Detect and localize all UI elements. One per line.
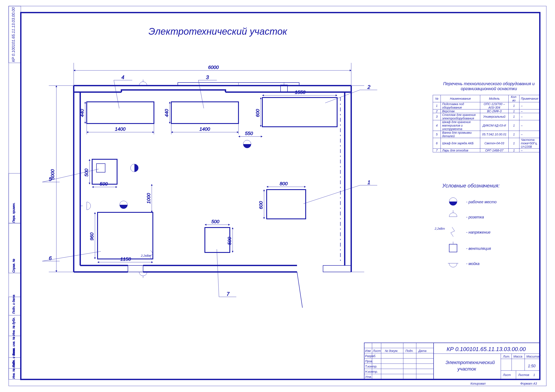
svg-text:5: 5 xyxy=(49,176,52,182)
svg-text:1:50: 1:50 xyxy=(528,364,535,368)
svg-text:Разраб.: Разраб. xyxy=(365,354,376,358)
svg-rect-114 xyxy=(449,244,457,252)
svg-text:- рабочее место: - рабочее место xyxy=(466,200,497,204)
svg-text:Дата: Дата xyxy=(418,349,426,353)
svg-text:600: 600 xyxy=(255,109,260,117)
svg-text:Листов: Листов xyxy=(518,373,529,377)
svg-text:- напряжение: - напряжение xyxy=(466,230,490,234)
callouts: 4 3 2 1 5 6 7 xyxy=(42,74,377,297)
svg-text:500: 500 xyxy=(84,169,89,177)
svg-text:Лист: Лист xyxy=(373,349,381,353)
svg-text:1: 1 xyxy=(533,373,535,377)
svg-text:6: 6 xyxy=(49,255,52,261)
floor-plan xyxy=(74,83,364,308)
svg-text:Пров.: Пров. xyxy=(365,360,373,363)
svg-text:Условные обозначения:: Условные обозначения: xyxy=(442,183,500,189)
svg-rect-26 xyxy=(262,97,337,127)
svg-text:1400: 1400 xyxy=(199,126,210,132)
svg-text:Н.контр.: Н.контр. xyxy=(365,370,378,373)
svg-text:- розетка: - розетка xyxy=(466,215,484,219)
svg-rect-29 xyxy=(98,212,153,259)
page-title: Электротехнический участок xyxy=(148,26,288,37)
svg-rect-16 xyxy=(128,265,143,272)
svg-text:800: 800 xyxy=(280,181,288,186)
svg-text:3: 3 xyxy=(206,74,209,80)
svg-text:КР 0.100101.65.11.13.03.00.00: КР 0.100101.65.11.13.03.00.00 xyxy=(447,346,526,352)
svg-rect-17 xyxy=(323,265,351,272)
svg-line-88 xyxy=(198,80,204,108)
svg-text:Изм: Изм xyxy=(365,349,371,353)
svg-text:Справ. №: Справ. № xyxy=(12,259,15,273)
svg-text:1550: 1550 xyxy=(295,89,306,95)
equipment: 2,2кВт xyxy=(87,97,337,260)
svg-text:Перв. примен.: Перв. примен. xyxy=(12,203,15,223)
svg-text:2: 2 xyxy=(367,84,370,90)
svg-text:1: 1 xyxy=(367,179,370,185)
svg-text:440: 440 xyxy=(79,109,85,117)
svg-text:600: 600 xyxy=(258,201,264,209)
svg-text:500: 500 xyxy=(211,219,219,224)
svg-rect-28 xyxy=(96,164,105,172)
svg-text:участок: участок xyxy=(457,366,476,372)
svg-rect-27 xyxy=(92,159,117,184)
svg-text:500: 500 xyxy=(100,181,108,187)
svg-text:Лит.: Лит. xyxy=(503,355,510,358)
svg-text:Копировал: Копировал xyxy=(470,382,486,385)
svg-text:6000: 6000 xyxy=(208,65,219,70)
svg-text:Взам. инв. № Инв. № дубл.: Взам. инв. № Инв. № дубл. xyxy=(12,317,15,355)
svg-line-103 xyxy=(217,249,219,297)
svg-text:4: 4 xyxy=(121,74,124,80)
legend: Условные обозначения: - рабочее место - … xyxy=(434,183,500,267)
svg-text:2,2кВт: 2,2кВт xyxy=(434,227,445,230)
svg-rect-31 xyxy=(205,227,230,253)
svg-text:Лист: Лист xyxy=(503,373,511,377)
svg-text:Т.контр.: Т.контр. xyxy=(365,365,377,368)
code-top: КР 0.100101.65.11.13.03.00.00 xyxy=(11,7,16,62)
svg-text:1400: 1400 xyxy=(115,126,126,132)
svg-text:- вентиляция: - вентиляция xyxy=(466,246,491,251)
svg-text:7: 7 xyxy=(226,291,230,297)
svg-rect-1 xyxy=(21,13,540,379)
svg-rect-24 xyxy=(87,102,154,123)
svg-text:Формат   А3: Формат А3 xyxy=(520,382,537,385)
svg-rect-0 xyxy=(9,6,546,386)
svg-text:550: 550 xyxy=(245,131,253,136)
svg-text:1150: 1150 xyxy=(120,256,131,262)
equipment-table: № Наименование Модель Кол-во Примечание … xyxy=(433,95,540,152)
svg-text:- мойка: - мойка xyxy=(466,261,480,266)
svg-text:№ докум.: № докум. xyxy=(385,349,398,353)
svg-text:Подп.: Подп. xyxy=(405,349,413,353)
svg-text:1000: 1000 xyxy=(146,193,151,204)
title-block: Изм Лист № докум. Подп. Дата Разраб. Про… xyxy=(364,343,541,379)
svg-line-85 xyxy=(114,80,119,108)
svg-text:Масштаб: Масштаб xyxy=(526,355,541,358)
svg-text:500: 500 xyxy=(227,237,232,245)
svg-text:Масса: Масса xyxy=(513,355,522,358)
svg-rect-32 xyxy=(267,190,306,219)
svg-text:960: 960 xyxy=(89,232,95,240)
svg-text:Утв.: Утв. xyxy=(365,375,372,378)
svg-text:440: 440 xyxy=(164,109,169,117)
svg-text:Электротехнический: Электротехнический xyxy=(445,360,495,365)
equipment-table-title: Перечень технологического оборудования и… xyxy=(438,81,540,91)
svg-rect-25 xyxy=(171,102,239,123)
svg-text:Подп. и дата: Подп. и дата xyxy=(12,295,15,314)
